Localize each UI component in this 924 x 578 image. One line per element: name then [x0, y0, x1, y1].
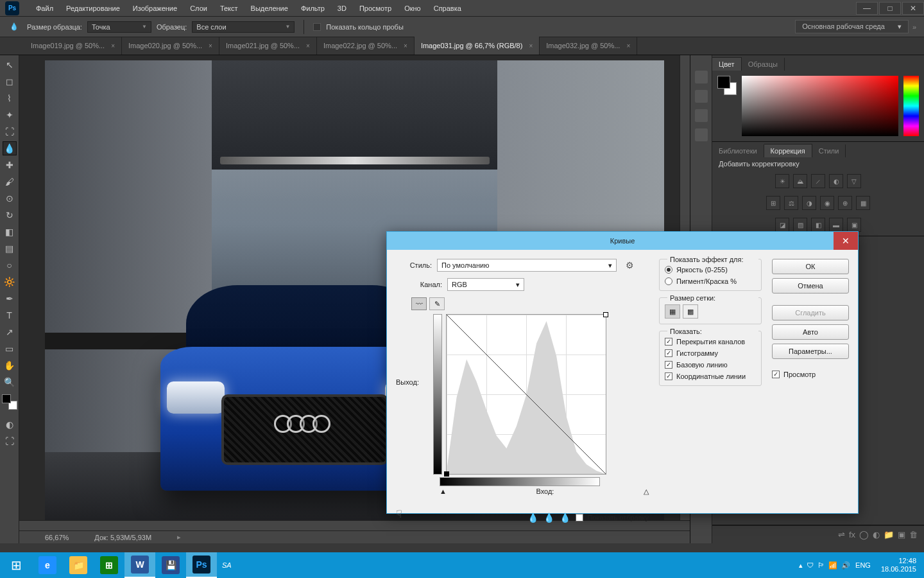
tab-libraries[interactable]: Библиотеки: [712, 144, 764, 157]
taskbar-store[interactable]: ⊞: [94, 552, 124, 578]
doc-tab[interactable]: Image019.jpg @ 50%...×: [24, 37, 122, 55]
white-slider[interactable]: △: [644, 487, 649, 496]
move-tool[interactable]: ↖: [3, 58, 17, 72]
close-button[interactable]: ✕: [902, 2, 924, 15]
eyedropper-tool[interactable]: 💧: [3, 141, 17, 155]
grid-coarse-button[interactable]: ▦: [665, 304, 680, 319]
lut-icon[interactable]: ▦: [856, 196, 870, 210]
fx-icon[interactable]: fx: [849, 530, 855, 539]
levels-icon[interactable]: ⛰: [793, 174, 807, 188]
curve-mode-button[interactable]: 〰: [411, 297, 427, 310]
black-eyedropper[interactable]: 💧: [527, 512, 538, 523]
fill-icon[interactable]: ◐: [873, 530, 880, 539]
fg-bg-swatch[interactable]: [717, 76, 737, 95]
gradient-tool[interactable]: ▤: [3, 241, 17, 256]
hand-icon[interactable]: ☟: [396, 508, 402, 520]
screenmode-tool[interactable]: ⛶: [3, 434, 17, 448]
show-clipping-checkbox[interactable]: [576, 514, 583, 521]
close-icon[interactable]: ×: [404, 42, 407, 49]
tab-color[interactable]: Цвет: [712, 57, 742, 71]
menu-window[interactable]: Окно: [398, 4, 427, 12]
pen-tool[interactable]: ✒: [3, 292, 17, 306]
gear-icon[interactable]: ⚙: [626, 260, 634, 270]
menu-image[interactable]: Изображение: [126, 4, 184, 12]
menu-text[interactable]: Текст: [214, 4, 244, 12]
tray-flag-icon[interactable]: 🏳: [817, 561, 825, 570]
actions-panel-icon[interactable]: [695, 90, 708, 103]
maximize-button[interactable]: □: [879, 2, 901, 15]
white-eyedropper[interactable]: 💧: [560, 512, 570, 523]
curve-line[interactable]: [447, 315, 606, 474]
blur-tool[interactable]: ○: [3, 258, 17, 272]
language-indicator[interactable]: ENG: [855, 561, 871, 569]
ok-button[interactable]: ОК: [772, 259, 849, 274]
close-icon[interactable]: ×: [529, 42, 533, 49]
smooth-button[interactable]: Сгладить: [772, 305, 849, 320]
trash-icon[interactable]: 🗑: [909, 530, 918, 539]
chevron-right-icon[interactable]: ▸: [177, 533, 181, 541]
taskbar-ie[interactable]: e: [32, 552, 63, 578]
curve-white-point[interactable]: [603, 312, 608, 317]
grid-fine-button[interactable]: ▩: [683, 304, 698, 319]
vibrance-icon[interactable]: ▽: [847, 174, 861, 188]
doc-tab[interactable]: Image020.jpg @ 50%...×: [122, 37, 219, 55]
crop-tool[interactable]: ⛶: [3, 125, 17, 139]
color-field[interactable]: [742, 76, 898, 136]
params-button[interactable]: Параметры...: [772, 344, 849, 359]
close-icon[interactable]: ×: [209, 42, 212, 49]
photo-filter-icon[interactable]: ◉: [820, 196, 834, 210]
close-icon[interactable]: ×: [306, 42, 310, 49]
doc-tab[interactable]: Image022.jpg @ 50%...×: [317, 37, 415, 55]
tab-swatches[interactable]: Образцы: [742, 58, 785, 71]
channel-dropdown[interactable]: RGB▾: [447, 278, 524, 291]
menu-edit[interactable]: Редактирование: [60, 4, 126, 12]
menu-select[interactable]: Выделение: [244, 4, 295, 12]
mask-icon[interactable]: ◯: [859, 530, 869, 539]
hand-tool[interactable]: ✋: [3, 358, 17, 372]
menu-3d[interactable]: 3D: [331, 4, 353, 12]
hue-icon[interactable]: ⊞: [766, 196, 780, 210]
link-icon[interactable]: ⇌: [838, 530, 845, 539]
menu-filter[interactable]: Фильтр: [295, 4, 331, 12]
dodge-tool[interactable]: 🔆: [3, 275, 17, 289]
doc-tab-active[interactable]: Image031.jpg @ 66,7% (RGB/8)×: [415, 37, 540, 55]
properties-panel-icon[interactable]: [695, 109, 708, 122]
effect-brightness-radio[interactable]: Яркость (0-255): [665, 266, 756, 274]
taskbar-word[interactable]: W: [124, 552, 155, 578]
taskbar[interactable]: ⊞ e 📁 ⊞ W 💾 Ps SA ▴ 🛡 🏳 📶 🔊 ENG 12:48 18…: [0, 552, 924, 578]
history-panel-icon[interactable]: [695, 71, 708, 83]
hue-slider[interactable]: [903, 76, 919, 136]
zoom-tool[interactable]: 🔍: [3, 375, 17, 389]
path-tool[interactable]: ↗: [3, 325, 17, 339]
dialog-close-button[interactable]: ✕: [834, 232, 858, 250]
taskbar-photoshop[interactable]: Ps: [186, 552, 217, 578]
tray-shield-icon[interactable]: 🛡: [807, 561, 814, 570]
curves-icon[interactable]: ⟋: [811, 174, 825, 188]
balance-icon[interactable]: ⚖: [784, 196, 798, 210]
invert-icon[interactable]: ◪: [775, 218, 789, 232]
new-icon[interactable]: ▣: [898, 530, 905, 539]
tray-sound-icon[interactable]: 🔊: [841, 561, 850, 570]
close-icon[interactable]: ×: [111, 42, 115, 49]
posterize-icon[interactable]: ▨: [793, 218, 807, 232]
stamp-tool[interactable]: ⊙: [3, 191, 17, 206]
taskbar-clock[interactable]: 12:48 18.06.2015: [876, 554, 921, 576]
menu-file[interactable]: Файл: [30, 4, 60, 12]
selective-icon[interactable]: ▣: [847, 218, 861, 232]
quickmask-tool[interactable]: ◐: [3, 417, 17, 432]
curve-black-point[interactable]: [444, 471, 449, 477]
brightness-icon[interactable]: ☀: [775, 174, 789, 188]
gray-eyedropper[interactable]: 💧: [543, 512, 554, 523]
pencil-mode-button[interactable]: ✎: [429, 297, 445, 310]
doc-tab[interactable]: Image021.jpg @ 50%...×: [219, 37, 317, 55]
style-dropdown[interactable]: По умолчанию▾: [437, 259, 617, 272]
eraser-tool[interactable]: ◧: [3, 225, 17, 239]
auto-button[interactable]: Авто: [772, 324, 849, 340]
dialog-titlebar[interactable]: Кривые ✕: [387, 232, 858, 250]
bw-icon[interactable]: ◑: [802, 196, 816, 210]
search-icon[interactable]: »: [912, 23, 916, 31]
brush-tool[interactable]: 🖌: [3, 175, 17, 189]
show-overlays-checkbox[interactable]: ✓: [665, 338, 672, 346]
show-baseline-checkbox[interactable]: ✓: [665, 361, 672, 369]
threshold-icon[interactable]: ◧: [811, 218, 825, 232]
